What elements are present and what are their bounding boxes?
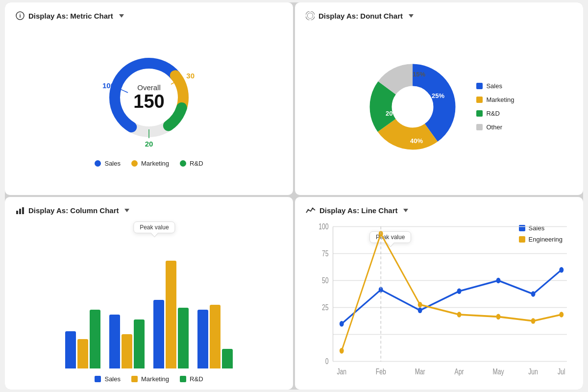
svg-point-25 bbox=[312, 208, 314, 209]
eng-dot-jul bbox=[559, 312, 564, 318]
donut-chart-card: Display As: Donut Chart bbox=[295, 2, 583, 195]
line-chart-wrap: Sales Engineering Peak value bbox=[306, 220, 572, 383]
line-chart-svg: 100 75 50 25 0 Jan Feb Mar Apr May Jun J… bbox=[306, 220, 572, 383]
column-chart-dropdown[interactable] bbox=[124, 209, 129, 212]
line-chart-area: Sales Engineering Peak value bbox=[306, 220, 572, 383]
column-legend: Sales Marketing R&D bbox=[16, 375, 282, 383]
bar-g1-rd bbox=[90, 310, 100, 368]
svg-point-16 bbox=[392, 86, 433, 127]
bar-g4-marketing bbox=[210, 305, 220, 368]
bar-g3-rd bbox=[178, 308, 189, 368]
column-chart-card: Display As: Column Chart Peak value bbox=[5, 197, 293, 390]
donut-chart-dropdown[interactable] bbox=[409, 14, 414, 18]
eng-dot-may bbox=[496, 314, 501, 320]
metric-center: Overall 150 bbox=[133, 83, 164, 112]
svg-text:25: 25 bbox=[322, 303, 329, 312]
svg-text:15%: 15% bbox=[413, 71, 425, 78]
svg-rect-23 bbox=[22, 207, 24, 214]
col-legend-rd-sq bbox=[180, 376, 186, 382]
info-icon: i bbox=[16, 11, 24, 20]
donut-legend-rd-sq bbox=[476, 110, 483, 117]
column-peak-tooltip: Peak value bbox=[133, 221, 175, 233]
donut-legend-marketing: Marketing bbox=[476, 96, 514, 103]
col-legend-sales-sq bbox=[95, 376, 101, 382]
svg-text:50: 50 bbox=[322, 276, 329, 285]
sales-dot-may bbox=[496, 278, 501, 284]
column-chart-inner: Peak value bbox=[16, 220, 282, 372]
metric-legend: Sales Marketing R&D bbox=[95, 160, 203, 167]
donut-legend-sales-label: Sales bbox=[486, 82, 502, 90]
col-legend-rd: R&D bbox=[180, 375, 203, 383]
sales-dot-jul bbox=[559, 267, 564, 273]
bar-g1-marketing bbox=[77, 339, 88, 368]
metric-overall-label: Overall bbox=[133, 83, 164, 92]
bar-g4-sales bbox=[197, 310, 208, 368]
donut-legend-other-label: Other bbox=[486, 123, 502, 131]
svg-point-11 bbox=[309, 14, 312, 18]
svg-text:25%: 25% bbox=[432, 92, 444, 99]
metric-donut: Overall 150 100 30 20 bbox=[98, 46, 200, 149]
bar-g2-sales bbox=[109, 315, 120, 368]
bar-g2-marketing bbox=[122, 334, 132, 368]
sales-dot-mar bbox=[418, 308, 422, 314]
svg-point-24 bbox=[308, 209, 309, 211]
legend-rd-dot bbox=[180, 160, 186, 167]
donut-legend-marketing-sq bbox=[476, 97, 483, 103]
eng-dot-jun bbox=[531, 318, 536, 324]
svg-rect-21 bbox=[16, 211, 18, 214]
column-chart-title: Display As: Column Chart bbox=[28, 206, 119, 215]
sales-dot-apr bbox=[457, 288, 462, 294]
legend-sales-label: Sales bbox=[104, 160, 121, 167]
svg-text:Jun: Jun bbox=[528, 367, 538, 376]
line-icon bbox=[306, 206, 316, 215]
svg-text:Apr: Apr bbox=[455, 367, 464, 376]
eng-dot-jan bbox=[340, 348, 344, 354]
legend-sales-dot bbox=[95, 160, 101, 167]
sales-dot-jan bbox=[340, 321, 344, 327]
donut-chart-area: 40% 25% 20% 15% Sales Marketing bbox=[306, 25, 572, 188]
svg-text:0: 0 bbox=[325, 357, 329, 366]
legend-rd: R&D bbox=[180, 160, 203, 167]
line-chart-dropdown[interactable] bbox=[403, 209, 408, 212]
svg-text:May: May bbox=[492, 367, 504, 376]
col-legend-rd-label: R&D bbox=[190, 375, 203, 383]
svg-text:20%: 20% bbox=[386, 110, 398, 117]
bar-g2-rd bbox=[134, 319, 145, 368]
line-chart-title: Display As: Line Chart bbox=[319, 206, 397, 215]
col-legend-marketing-label: Marketing bbox=[141, 375, 169, 383]
metric-chart-dropdown[interactable] bbox=[119, 14, 124, 18]
eng-dot-mar bbox=[418, 302, 422, 308]
col-legend-sales-label: Sales bbox=[104, 375, 121, 383]
metric-marketing-label: 30 bbox=[186, 72, 195, 80]
svg-text:100: 100 bbox=[318, 222, 328, 231]
donut-legend-other-sq bbox=[476, 124, 483, 130]
metric-chart-title: Display As: Metric Chart bbox=[28, 12, 113, 20]
donut-legend-other: Other bbox=[476, 123, 514, 131]
eng-dot-apr bbox=[457, 312, 462, 318]
legend-rd-label: R&D bbox=[190, 160, 203, 167]
donut-chart-title: Display As: Donut Chart bbox=[318, 12, 403, 20]
svg-text:Mar: Mar bbox=[415, 367, 425, 376]
donut-icon bbox=[306, 11, 315, 20]
svg-rect-22 bbox=[19, 209, 21, 214]
column-chart-area: Peak value bbox=[16, 220, 282, 383]
bar-g3-marketing bbox=[166, 261, 176, 368]
donut-legend-rd-label: R&D bbox=[486, 110, 499, 117]
legend-sales: Sales bbox=[95, 160, 121, 167]
svg-text:40%: 40% bbox=[410, 137, 423, 145]
bar-group-4 bbox=[197, 305, 233, 368]
metric-value: 150 bbox=[133, 92, 164, 112]
svg-text:Feb: Feb bbox=[376, 367, 386, 376]
donut-svg: 40% 25% 20% 15% bbox=[364, 58, 462, 156]
metric-chart-header: i Display As: Metric Chart bbox=[16, 11, 282, 20]
svg-text:i: i bbox=[19, 13, 21, 19]
metric-sales-label: 100 bbox=[102, 81, 115, 90]
svg-text:Jul: Jul bbox=[558, 367, 565, 376]
legend-marketing: Marketing bbox=[131, 160, 169, 167]
bar-group-2 bbox=[109, 315, 145, 368]
line-chart-card: Display As: Line Chart Sales Engineering bbox=[295, 197, 583, 390]
bar-g3-sales bbox=[153, 300, 164, 368]
column-peak-label: Peak value bbox=[140, 224, 169, 231]
donut-legend: Sales Marketing R&D Other bbox=[476, 82, 514, 131]
col-legend-marketing-sq bbox=[131, 376, 138, 382]
